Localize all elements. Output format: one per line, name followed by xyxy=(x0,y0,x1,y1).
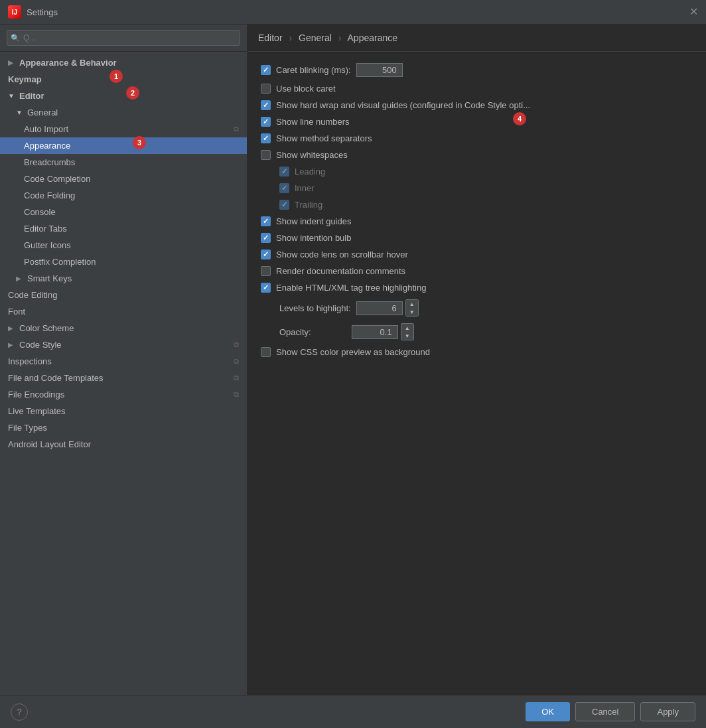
show-intention-bulb-label: Show intention bulb xyxy=(276,233,351,243)
ok-button[interactable]: OK xyxy=(526,702,570,721)
close-button[interactable]: ✕ xyxy=(689,7,698,17)
caret-blinking-checkbox[interactable] xyxy=(261,65,271,75)
levels-down-button[interactable]: ▼ xyxy=(406,308,418,316)
sidebar-item-label: File and Code Templates xyxy=(8,373,104,383)
settings-content: Caret blinking (ms): Use block caret Sho… xyxy=(247,52,706,695)
copy-icon: ⧉ xyxy=(234,357,239,366)
show-intention-bulb-row: Show intention bulb xyxy=(261,230,693,246)
show-hard-wrap-label: Show hard wrap and visual guides (config… xyxy=(276,100,530,110)
trailing-checkbox[interactable] xyxy=(279,200,289,210)
show-indent-guides-row: Show indent guides xyxy=(261,213,693,230)
sidebar-item-color-scheme[interactable]: ▶ Color Scheme xyxy=(0,320,247,336)
show-method-separators-checkbox[interactable] xyxy=(261,133,271,143)
show-hard-wrap-row: Show hard wrap and visual guides (config… xyxy=(261,97,693,113)
levels-input[interactable] xyxy=(356,301,403,315)
sidebar-item-editor[interactable]: ▼ Editor 2 xyxy=(0,88,247,104)
show-code-lens-row: Show code lens on scrollbar hover xyxy=(261,246,693,263)
show-intention-bulb-checkbox[interactable] xyxy=(261,233,271,243)
sidebar-item-file-types[interactable]: File Types xyxy=(0,419,247,436)
sidebar-item-gutter-icons[interactable]: Gutter Icons xyxy=(0,237,247,254)
sidebar-item-breadcrumbs[interactable]: Breadcrumbs xyxy=(0,154,247,171)
use-block-caret-row: Use block caret xyxy=(261,80,693,97)
annotation-badge-3: 3 xyxy=(133,136,146,149)
apply-button[interactable]: Apply xyxy=(640,702,695,721)
sidebar-item-console[interactable]: Console xyxy=(0,204,247,220)
opacity-up-button[interactable]: ▲ xyxy=(401,324,413,332)
copy-icon: ⧉ xyxy=(234,374,239,382)
levels-input-wrapper: ▲ ▼ xyxy=(356,299,419,317)
arrow-icon: ▶ xyxy=(8,341,16,348)
action-buttons: OK Cancel Apply xyxy=(526,702,695,721)
help-button[interactable]: ? xyxy=(11,703,28,721)
show-line-numbers-checkbox[interactable] xyxy=(261,117,271,127)
sidebar-item-inspections[interactable]: Inspections ⧉ xyxy=(0,353,247,370)
sidebar-item-label: General xyxy=(27,108,58,117)
show-line-numbers-row: Show line numbers 4 xyxy=(261,113,693,130)
show-method-separators-row: Show method separators xyxy=(261,130,693,147)
sidebar-item-postfix-completion[interactable]: Postfix Completion xyxy=(0,254,247,270)
copy-icon: ⧉ xyxy=(234,125,239,133)
enable-html-xml-row: Enable HTML/XML tag tree highlighting xyxy=(261,279,693,296)
annotation-badge-1: 1 xyxy=(109,70,123,83)
levels-row: Levels to highlight: ▲ ▼ xyxy=(261,296,693,320)
caret-blinking-row: Caret blinking (ms): xyxy=(261,60,693,80)
nav-tree: ▶ Appearance & Behavior Keymap 1 ▼ Edito… xyxy=(0,52,247,695)
sidebar-item-keymap[interactable]: Keymap 1 xyxy=(0,71,247,88)
leading-label: Leading xyxy=(295,167,325,177)
sidebar-item-code-folding[interactable]: Code Folding xyxy=(0,187,247,204)
search-icon: 🔍 xyxy=(11,34,20,42)
sidebar-item-label: Font xyxy=(8,307,25,317)
show-css-color-checkbox[interactable] xyxy=(261,347,271,357)
cancel-button[interactable]: Cancel xyxy=(575,702,635,721)
show-method-separators-label: Show method separators xyxy=(276,133,372,143)
search-input[interactable] xyxy=(7,30,240,46)
sidebar-item-smart-keys[interactable]: ▶ Smart Keys xyxy=(0,270,247,287)
arrow-icon: ▼ xyxy=(16,109,24,116)
sidebar-item-code-editing[interactable]: Code Editing xyxy=(0,287,247,303)
sidebar-item-live-templates[interactable]: Live Templates xyxy=(0,403,247,419)
sidebar-item-label: Smart Keys xyxy=(27,273,72,283)
sidebar-item-appearance[interactable]: Appearance 3 xyxy=(0,137,247,154)
sidebar-item-android-layout-editor[interactable]: Android Layout Editor xyxy=(0,436,247,453)
show-css-color-row: Show CSS color preview as background xyxy=(261,344,693,360)
copy-icon: ⧉ xyxy=(234,340,239,349)
show-whitespaces-checkbox[interactable] xyxy=(261,150,271,160)
sidebar-item-file-code-templates[interactable]: File and Code Templates ⧉ xyxy=(0,370,247,386)
inner-label: Inner xyxy=(295,183,315,193)
show-code-lens-checkbox[interactable] xyxy=(261,250,271,259)
sidebar-item-code-style[interactable]: ▶ Code Style ⧉ xyxy=(0,336,247,353)
opacity-input[interactable] xyxy=(352,325,398,339)
breadcrumb-general: General xyxy=(299,33,332,43)
opacity-down-button[interactable]: ▼ xyxy=(401,332,413,340)
inner-checkbox[interactable] xyxy=(279,183,289,193)
sidebar-item-label: File Types xyxy=(8,423,47,433)
search-box: 🔍 xyxy=(0,25,247,52)
sidebar-item-appearance-behavior[interactable]: ▶ Appearance & Behavior xyxy=(0,54,247,71)
arrow-icon: ▶ xyxy=(8,325,16,332)
use-block-caret-checkbox[interactable] xyxy=(261,84,271,94)
show-code-lens-label: Show code lens on scrollbar hover xyxy=(276,250,408,259)
sidebar-item-general[interactable]: ▼ General xyxy=(0,104,247,121)
copy-icon: ⧉ xyxy=(234,390,239,399)
sidebar-item-label: Appearance & Behavior xyxy=(19,58,117,68)
sidebar-item-auto-import[interactable]: Auto Import ⧉ xyxy=(0,121,247,137)
sidebar-item-label: Appearance xyxy=(24,141,70,151)
sidebar-item-label: Editor xyxy=(19,91,44,101)
render-doc-comments-checkbox[interactable] xyxy=(261,266,271,276)
sidebar-item-label: Code Editing xyxy=(8,290,57,300)
caret-blinking-input[interactable] xyxy=(356,63,403,77)
enable-html-xml-checkbox[interactable] xyxy=(261,283,271,293)
show-indent-guides-checkbox[interactable] xyxy=(261,216,271,226)
sidebar-item-label: Live Templates xyxy=(8,406,65,416)
sidebar: 🔍 ▶ Appearance & Behavior Keymap 1 ▼ Edi… xyxy=(0,25,247,695)
sidebar-item-font[interactable]: Font xyxy=(0,303,247,320)
sidebar-item-code-completion[interactable]: Code Completion xyxy=(0,171,247,187)
sidebar-item-editor-tabs[interactable]: Editor Tabs xyxy=(0,220,247,237)
leading-checkbox[interactable] xyxy=(279,167,289,177)
sidebar-item-file-encodings[interactable]: File Encodings ⧉ xyxy=(0,386,247,403)
opacity-row: Opacity: ▲ ▼ xyxy=(261,320,693,344)
levels-up-button[interactable]: ▲ xyxy=(406,300,418,308)
title-bar-left: IJ Settings xyxy=(8,5,58,19)
opacity-input-wrapper: ▲ ▼ xyxy=(352,323,414,340)
show-hard-wrap-checkbox[interactable] xyxy=(261,100,271,110)
